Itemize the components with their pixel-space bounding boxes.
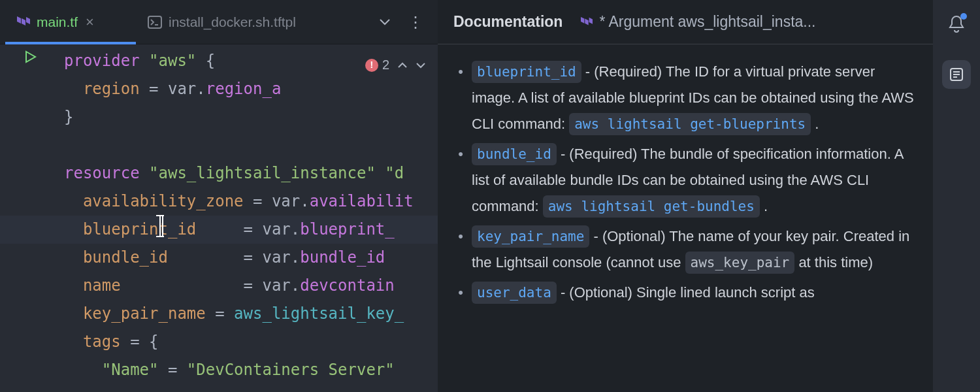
svg-marker-0 bbox=[17, 16, 21, 24]
svg-marker-1 bbox=[22, 18, 25, 25]
close-icon[interactable]: × bbox=[86, 14, 94, 31]
doc-list-item: • bundle_id - (Required) The bundle of s… bbox=[449, 141, 921, 220]
svg-marker-5 bbox=[26, 52, 35, 62]
notification-dot-icon bbox=[960, 13, 967, 20]
more-icon[interactable]: ⋮ bbox=[408, 13, 423, 31]
doc-tab-label: * Argument aws_lightsail_insta... bbox=[599, 13, 815, 31]
error-icon: ! bbox=[365, 59, 378, 72]
documentation-pane: Documentation * Argument aws_lightsail_i… bbox=[438, 0, 933, 392]
doc-list-item: • user_data - (Optional) Single lined la… bbox=[449, 280, 921, 306]
tab-label: install_docker.sh.tftpl bbox=[169, 14, 296, 30]
arg-tag: user_data bbox=[472, 282, 557, 304]
doc-tab-argument[interactable]: * Argument aws_lightsail_insta... bbox=[581, 13, 815, 31]
tab-label: main.tf bbox=[37, 14, 78, 30]
code-editor[interactable]: ! 2 provider "aws" { region = var.region… bbox=[0, 44, 438, 392]
svg-marker-8 bbox=[589, 17, 593, 24]
editor-pane: main.tf × install_docker.sh.tftpl ⋮ ! 2 bbox=[0, 0, 438, 392]
docs-sidebar-button[interactable] bbox=[942, 60, 971, 89]
svg-marker-6 bbox=[581, 16, 584, 23]
notifications-button[interactable] bbox=[947, 14, 966, 34]
arg-tag: key_pair_name bbox=[472, 225, 589, 248]
terminal-icon bbox=[148, 16, 162, 29]
svg-marker-2 bbox=[26, 17, 30, 24]
cli-command: aws lightsail get-bundles bbox=[543, 195, 760, 218]
doc-tab-documentation[interactable]: Documentation bbox=[453, 13, 563, 31]
svg-rect-3 bbox=[148, 16, 161, 28]
arg-tag: bundle_id bbox=[472, 143, 557, 165]
arg-tag: blueprint_id bbox=[472, 61, 581, 83]
doc-list-item: • key_pair_name - (Optional) The name of… bbox=[449, 223, 921, 276]
doc-body[interactable]: • blueprint_id - (Required) The ID for a… bbox=[438, 44, 933, 392]
terraform-icon bbox=[17, 15, 30, 29]
chevron-up-icon[interactable] bbox=[397, 62, 408, 69]
terraform-icon bbox=[581, 16, 593, 29]
chevron-down-icon[interactable] bbox=[379, 18, 391, 26]
right-sidebar bbox=[933, 0, 980, 392]
tab-main-tf[interactable]: main.tf × bbox=[5, 0, 136, 44]
run-icon[interactable] bbox=[24, 50, 38, 64]
doc-list-item: • blueprint_id - (Required) The ID for a… bbox=[449, 59, 921, 137]
chevron-down-icon[interactable] bbox=[416, 62, 426, 69]
svg-marker-7 bbox=[585, 18, 589, 25]
doc-tab-label: Documentation bbox=[453, 13, 563, 31]
doc-tab-bar: Documentation * Argument aws_lightsail_i… bbox=[438, 0, 933, 44]
tab-install-docker[interactable]: install_docker.sh.tftpl bbox=[136, 0, 308, 44]
cli-command: aws lightsail get-blueprints bbox=[569, 113, 811, 135]
current-line: blueprint_id = var.blueprint_ bbox=[0, 216, 438, 244]
error-count: 2 bbox=[382, 51, 389, 79]
code-reference: aws_key_pair bbox=[685, 252, 795, 274]
error-badge[interactable]: ! 2 bbox=[365, 51, 389, 79]
editor-tab-bar: main.tf × install_docker.sh.tftpl ⋮ bbox=[0, 0, 438, 44]
